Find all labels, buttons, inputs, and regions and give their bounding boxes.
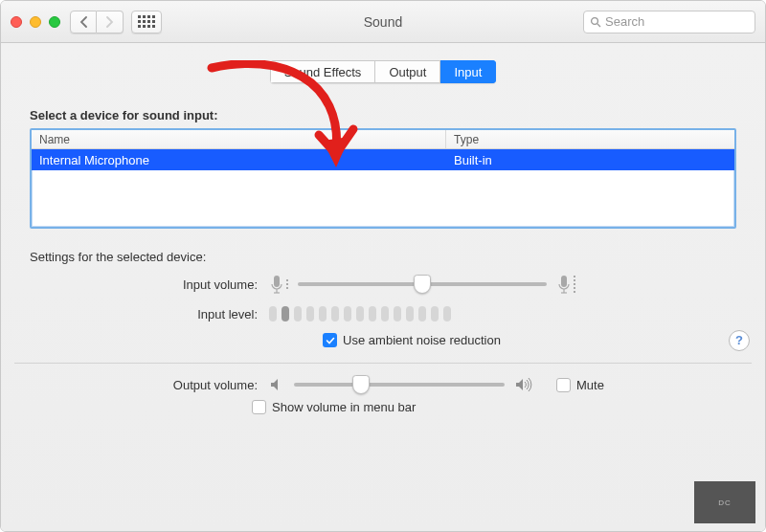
watermark-badge: DC: [694, 481, 755, 523]
minimize-window-button[interactable]: [30, 16, 41, 28]
mic-low-icon: [269, 274, 288, 295]
level-cell: [282, 306, 289, 321]
input-device-table[interactable]: Name Type Internal Microphone Built-in: [30, 128, 736, 229]
svg-point-0: [592, 17, 598, 24]
close-window-button[interactable]: [11, 16, 22, 28]
level-cell: [319, 306, 327, 321]
ambient-noise-label: Use ambient noise reduction: [343, 333, 501, 347]
sound-pref-window: Sound Search Sound Effects Output Input …: [0, 0, 766, 532]
sound-pane: Sound Effects Output Input Select a devi…: [1, 43, 765, 531]
traffic-lights: [11, 16, 60, 28]
col-name[interactable]: Name: [32, 130, 446, 148]
level-cell: [369, 306, 376, 321]
col-type[interactable]: Type: [446, 130, 734, 148]
output-volume-slider[interactable]: [294, 383, 505, 387]
chevron-right-icon: [105, 16, 114, 28]
search-icon: [590, 16, 601, 28]
show-menubar-label: Show volume in menu bar: [272, 400, 416, 414]
level-cell: [381, 306, 389, 321]
mute-label: Mute: [576, 378, 604, 392]
svg-line-1: [597, 24, 600, 27]
check-icon: [326, 336, 335, 345]
window-titlebar: Sound Search: [1, 1, 765, 43]
ambient-noise-checkbox[interactable]: [323, 333, 337, 347]
input-device-heading: Select a device for sound input:: [30, 108, 736, 122]
level-cell: [344, 306, 351, 321]
slider-thumb[interactable]: [414, 275, 431, 294]
input-level-label: Input level:: [30, 307, 269, 321]
search-placeholder: Search: [605, 14, 644, 29]
tab-bar: Sound Effects Output Input: [1, 60, 765, 83]
show-menubar-checkbox[interactable]: [252, 400, 266, 414]
mic-high-icon: [556, 274, 575, 295]
tab-sound-effects[interactable]: Sound Effects: [270, 60, 376, 83]
svg-rect-5: [561, 276, 567, 287]
tab-input[interactable]: Input: [440, 60, 496, 83]
level-cell: [306, 306, 314, 321]
level-cell: [418, 306, 426, 321]
ambient-noise-row: Use ambient noise reduction ?: [1, 333, 765, 347]
device-type: Built-in: [446, 153, 734, 167]
zoom-window-button[interactable]: [49, 16, 60, 28]
level-cell: [406, 306, 414, 321]
input-volume-slider[interactable]: [298, 282, 547, 286]
output-volume-label: Output volume:: [30, 378, 269, 392]
level-cell: [394, 306, 401, 321]
svg-rect-2: [274, 276, 280, 287]
level-cell: [331, 306, 339, 321]
input-level-meter: [269, 306, 451, 321]
show-menubar-row: Show volume in menu bar: [1, 400, 765, 414]
search-input[interactable]: Search: [583, 11, 755, 33]
chevron-left-icon: [79, 16, 88, 28]
input-volume-row: Input volume:: [30, 274, 736, 295]
back-button[interactable]: [70, 11, 97, 33]
speaker-low-icon: [269, 377, 284, 392]
output-volume-row: Output volume: Mute: [30, 377, 736, 392]
speaker-high-icon: [514, 377, 535, 392]
settings-heading: Settings for the selected device:: [30, 250, 736, 264]
level-cell: [269, 306, 277, 321]
help-button[interactable]: ?: [729, 330, 750, 351]
level-cell: [443, 306, 451, 321]
grid-icon: [138, 15, 155, 28]
tab-output[interactable]: Output: [375, 60, 440, 83]
show-all-prefs-button[interactable]: [131, 11, 162, 33]
input-device-section: Select a device for sound input: Name Ty…: [30, 108, 736, 229]
table-header: Name Type: [32, 130, 734, 149]
device-name: Internal Microphone: [32, 153, 446, 167]
table-row[interactable]: Internal Microphone Built-in: [32, 149, 734, 170]
slider-thumb[interactable]: [352, 375, 370, 394]
level-cell: [431, 306, 439, 321]
divider: [14, 363, 752, 364]
input-volume-label: Input volume:: [30, 277, 269, 292]
nav-button-group: [70, 11, 124, 33]
input-level-row: Input level:: [30, 306, 736, 321]
forward-button[interactable]: [97, 11, 124, 33]
level-cell: [294, 306, 302, 321]
mute-checkbox[interactable]: [556, 378, 571, 392]
level-cell: [356, 306, 364, 321]
